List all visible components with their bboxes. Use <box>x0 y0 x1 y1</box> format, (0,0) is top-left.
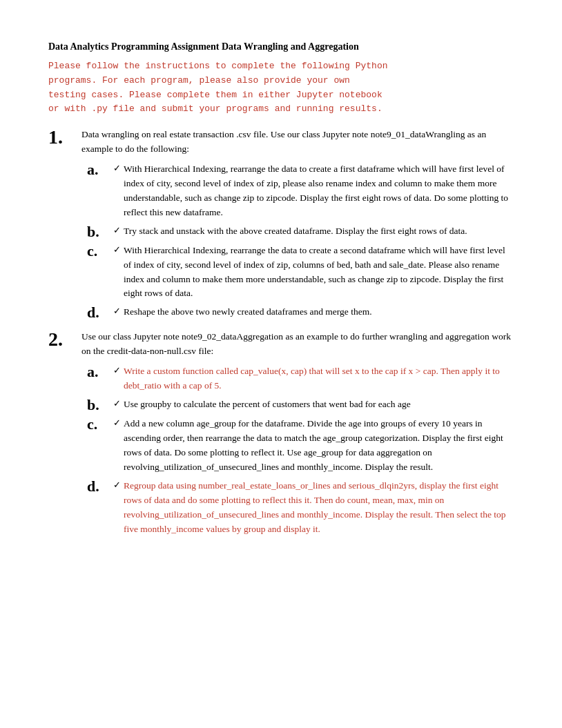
sub-item-2d: d. ✓ Regroup data using number_real_esta… <box>87 479 514 537</box>
sub-label-1d: d. <box>87 305 112 320</box>
check-1d: ✓ <box>113 306 121 317</box>
sub-text-1b: Try stack and unstack with the above cre… <box>124 224 514 239</box>
section-1: 1. Data wrangling on real estate transac… <box>48 128 514 324</box>
sub-item-2a: a. ✓ Write a custom function called cap_… <box>87 364 514 393</box>
sub-label-2b: b. <box>87 397 112 413</box>
check-1b: ✓ <box>113 225 121 236</box>
sub-item-2c: c. ✓ Add a new column age_group for the … <box>87 417 514 475</box>
intro-block: Please follow the instructions to comple… <box>48 59 514 117</box>
sub-item-1d: d. ✓ Reshape the above two newly created… <box>87 305 514 320</box>
section-1-num: 1. <box>48 128 79 147</box>
sub-item-1a: a. ✓ With Hierarchical Indexing, rearran… <box>87 162 514 220</box>
sub-text-2a: Write a custom function called cap_value… <box>124 364 514 393</box>
intro-line-1: Please follow the instructions to comple… <box>48 61 387 71</box>
section-2: 2. Use our class Jupyter note note9_02_d… <box>48 330 514 540</box>
check-2c: ✓ <box>113 417 121 429</box>
sub-text-2b: Use groupby to calculate the percent of … <box>124 397 514 412</box>
sub-label-2d: d. <box>87 479 112 494</box>
check-1c: ✓ <box>113 244 121 255</box>
sub-label-1a: a. <box>87 162 112 177</box>
sub-text-1d: Reshape the above two newly created data… <box>124 305 514 319</box>
check-2d: ✓ <box>113 480 121 491</box>
check-2a: ✓ <box>113 365 121 376</box>
sub-label-1b: b. <box>87 224 112 239</box>
sub-item-1c: c. ✓ With Hierarchical Indexing, rearran… <box>87 244 514 302</box>
sub-text-1c: With Hierarchical Indexing, rearrange th… <box>124 244 514 302</box>
check-1a: ✓ <box>113 163 121 174</box>
sub-text-2d: Regroup data using number_real_estate_lo… <box>124 479 514 537</box>
main-title: Data Analytics Programming Assignment Da… <box>48 41 514 52</box>
section-2-subitems: a. ✓ Write a custom function called cap_… <box>87 364 514 536</box>
section-2-num: 2. <box>48 330 79 349</box>
sub-text-1a: With Hierarchical Indexing, rearrange th… <box>124 162 514 220</box>
section-1-subitems: a. ✓ With Hierarchical Indexing, rearran… <box>87 162 514 320</box>
intro-line-4: or with .py file and submit your program… <box>48 104 382 114</box>
check-2b: ✓ <box>113 398 121 409</box>
intro-line-3: testing cases. Please complete them in e… <box>48 90 382 100</box>
section-2-content: Use our class Jupyter note note9_02_data… <box>81 330 514 540</box>
sub-label-2a: a. <box>87 364 112 380</box>
sub-label-1c: c. <box>87 244 112 259</box>
section-2-intro: Use our class Jupyter note note9_02_data… <box>81 330 514 359</box>
sub-item-2b: b. ✓ Use groupby to calculate the percen… <box>87 397 514 413</box>
section-1-content: Data wrangling on real estate transactio… <box>81 128 514 324</box>
sub-text-2c: Add a new column age_group for the dataf… <box>124 417 514 475</box>
intro-line-2: programs. For each program, please also … <box>48 75 350 86</box>
sub-item-1b: b. ✓ Try stack and unstack with the abov… <box>87 224 514 239</box>
sub-label-2c: c. <box>87 417 112 432</box>
section-1-text: Data wrangling on real estate transactio… <box>81 128 514 157</box>
page-container: Data Analytics Programming Assignment Da… <box>48 41 514 540</box>
